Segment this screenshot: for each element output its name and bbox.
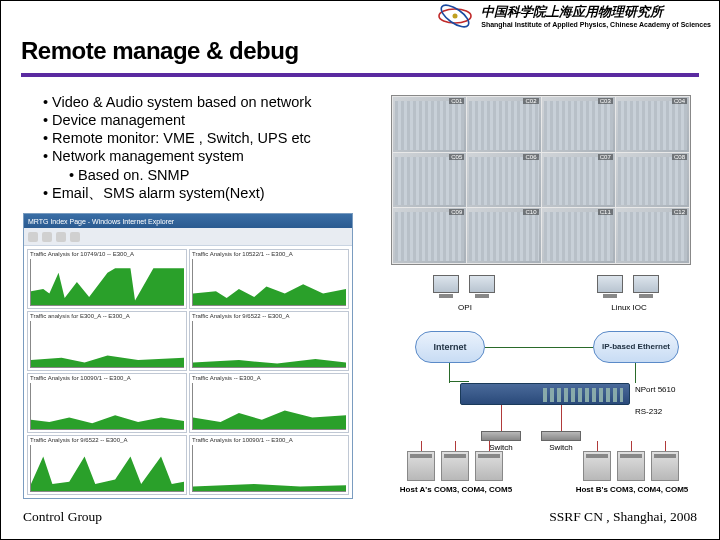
slide-title: Remote manage & debug (21, 37, 299, 65)
bullet-list: • Video & Audio system based on network … (43, 93, 311, 202)
wire (455, 441, 456, 451)
wire (485, 347, 593, 348)
chart-cell: Traffic Analysis for 9/6522 -- E300_A (189, 311, 349, 371)
wire (489, 441, 490, 451)
toolbar-icon (28, 232, 38, 242)
sinap-logo (435, 4, 475, 28)
mrtg-window-title: MRTG Index Page - Windows Internet Explo… (28, 218, 174, 225)
header: 中国科学院上海应用物理研究所 Shanghai Institute of App… (435, 3, 711, 28)
pc-icon (431, 275, 461, 301)
wire (561, 405, 562, 431)
pc-icon (631, 275, 661, 301)
pc-icon (467, 275, 497, 301)
server-icon (617, 451, 645, 481)
mrtg-grid: Traffic Analysis for 10749/10 -- E300_A … (24, 246, 352, 498)
camera-tile: C04 (616, 97, 689, 152)
server-icon (407, 451, 435, 481)
cloud-internet: Internet (415, 331, 485, 363)
chart-cell: Traffic Analysis for 10090/1 -- E300_A (189, 435, 349, 495)
nport-switch-icon (460, 383, 630, 405)
camera-tile: C02 (467, 97, 540, 152)
label-nport: NPort 5610 (635, 385, 695, 394)
label-host-b: Host B's COM3, COM4, COM5 (567, 485, 697, 494)
label-linux-ioc: Linux IOC (597, 303, 661, 312)
camera-tile: C07 (542, 153, 615, 208)
chart-title: Traffic Analysis for 10749/10 -- E300_A (28, 250, 186, 258)
chart-cell: Traffic Analysis for 9/6522 -- E300_A (27, 435, 187, 495)
camera-tile: C09 (393, 208, 466, 263)
camera-grid: C01 C02 C03 C04 C05 C06 C07 C08 C09 C10 … (391, 95, 691, 265)
mrtg-titlebar: MRTG Index Page - Windows Internet Explo… (24, 214, 352, 228)
chart-cell: Traffic Analysis -- E300_A (189, 373, 349, 433)
camera-tile: C08 (616, 153, 689, 208)
camera-tile: C12 (616, 208, 689, 263)
mrtg-toolbar (24, 228, 352, 246)
wire (421, 441, 422, 451)
toolbar-icon (42, 232, 52, 242)
pc-icon (595, 275, 625, 301)
server-icon (475, 451, 503, 481)
small-switch-icon (541, 431, 581, 441)
small-switch-icon (481, 431, 521, 441)
camera-tile: C01 (393, 97, 466, 152)
label-switch: Switch (539, 443, 583, 452)
wire (449, 363, 450, 383)
wire (635, 363, 636, 383)
cloud-ip-ethernet: IP-based Ethernet (593, 331, 679, 363)
camera-tile: C05 (393, 153, 466, 208)
bullet-4: • Network management system (43, 147, 311, 165)
footer-right: SSRF CN , Shanghai, 2008 (549, 509, 697, 525)
footer-left: Control Group (23, 509, 102, 525)
chart-title: Traffic Analysis for 9/6522 -- E300_A (28, 436, 186, 444)
label-rs232: RS-232 (635, 407, 685, 416)
institute-name-cn: 中国科学院上海应用物理研究所 (481, 3, 663, 21)
wire (597, 441, 598, 451)
title-underline (21, 73, 699, 77)
mrtg-window: MRTG Index Page - Windows Internet Explo… (23, 213, 353, 499)
wire (665, 441, 666, 451)
bullet-1: • Video & Audio system based on network (43, 93, 311, 111)
chart-title: Traffic Analysis for 10090/1 -- E300_A (190, 436, 348, 444)
camera-tile: C11 (542, 208, 615, 263)
server-icon (583, 451, 611, 481)
bullet-2: • Device management (43, 111, 311, 129)
wire (501, 405, 502, 431)
server-icon (441, 451, 469, 481)
camera-tile: C10 (467, 208, 540, 263)
server-icon (651, 451, 679, 481)
chart-title: Traffic Analysis for 10090/1 -- E300_A (28, 374, 186, 382)
svg-point-2 (453, 13, 458, 18)
chart-cell: Traffic analysis for E300_A -- E300_A (27, 311, 187, 371)
institute-name-en: Shanghai Institute of Applied Physics, C… (481, 21, 711, 28)
toolbar-icon (56, 232, 66, 242)
camera-tile: C03 (542, 97, 615, 152)
chart-cell: Traffic Analysis for 10522/1 -- E300_A (189, 249, 349, 309)
bullet-5: • Email、SMS alarm system(Next) (43, 184, 311, 202)
toolbar-icon (70, 232, 80, 242)
label-host-a: Host A's COM3, COM4, COM5 (391, 485, 521, 494)
chart-title: Traffic Analysis -- E300_A (190, 374, 348, 382)
bullet-4a: • Based on. SNMP (69, 166, 311, 184)
chart-title: Traffic Analysis for 9/6522 -- E300_A (190, 312, 348, 320)
network-diagram: OPI Linux IOC Internet IP-based Ethernet… (385, 273, 705, 501)
chart-title: Traffic analysis for E300_A -- E300_A (28, 312, 186, 320)
chart-cell: Traffic Analysis for 10749/10 -- E300_A (27, 249, 187, 309)
wire (449, 381, 469, 382)
wire (631, 441, 632, 451)
chart-cell: Traffic Analysis for 10090/1 -- E300_A (27, 373, 187, 433)
label-opi: OPI (437, 303, 493, 312)
bullet-3: • Remote monitor: VME , Switch, UPS etc (43, 129, 311, 147)
camera-tile: C06 (467, 153, 540, 208)
chart-title: Traffic Analysis for 10522/1 -- E300_A (190, 250, 348, 258)
